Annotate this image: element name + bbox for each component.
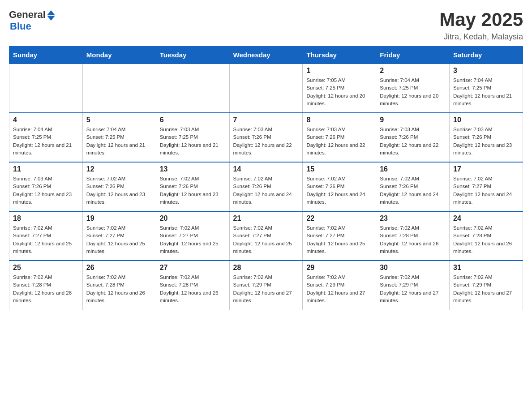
day-info: Sunrise: 7:02 AMSunset: 7:27 PMDaylight:… xyxy=(160,224,226,255)
day-number: 26 xyxy=(86,264,152,272)
calendar-table: Sunday Monday Tuesday Wednesday Thursday… xyxy=(9,46,523,310)
day-info: Sunrise: 7:02 AMSunset: 7:28 PMDaylight:… xyxy=(380,224,446,255)
day-info: Sunrise: 7:02 AMSunset: 7:26 PMDaylight:… xyxy=(160,175,226,206)
day-info: Sunrise: 7:04 AMSunset: 7:25 PMDaylight:… xyxy=(453,77,519,107)
calendar-cell-w5-d7: 31Sunrise: 7:02 AMSunset: 7:29 PMDayligh… xyxy=(450,261,523,310)
logo-blue: Blue xyxy=(10,21,31,32)
day-info: Sunrise: 7:02 AMSunset: 7:26 PMDaylight:… xyxy=(380,175,446,206)
calendar-cell-w4-d6: 23Sunrise: 7:02 AMSunset: 7:28 PMDayligh… xyxy=(376,211,450,261)
calendar-cell-w3-d7: 17Sunrise: 7:02 AMSunset: 7:27 PMDayligh… xyxy=(450,162,523,211)
day-number: 6 xyxy=(160,116,226,124)
day-number: 15 xyxy=(306,165,372,173)
calendar-cell-w2-d2: 5Sunrise: 7:04 AMSunset: 7:25 PMDaylight… xyxy=(82,113,156,162)
page-header: General Blue May 2025 Jitra, Kedah, Mala… xyxy=(9,9,523,42)
day-info: Sunrise: 7:02 AMSunset: 7:29 PMDaylight:… xyxy=(453,274,519,304)
day-number: 28 xyxy=(233,264,299,272)
calendar-cell-w3-d3: 13Sunrise: 7:02 AMSunset: 7:26 PMDayligh… xyxy=(156,162,229,211)
week-row-2: 4Sunrise: 7:04 AMSunset: 7:25 PMDaylight… xyxy=(9,113,523,162)
day-number: 16 xyxy=(380,165,446,173)
calendar-cell-w2-d1: 4Sunrise: 7:04 AMSunset: 7:25 PMDaylight… xyxy=(9,113,83,162)
day-info: Sunrise: 7:02 AMSunset: 7:26 PMDaylight:… xyxy=(233,175,299,206)
day-number: 3 xyxy=(453,67,519,75)
calendar-cell-w3-d4: 14Sunrise: 7:02 AMSunset: 7:26 PMDayligh… xyxy=(229,162,303,211)
calendar-cell-w4-d2: 19Sunrise: 7:02 AMSunset: 7:27 PMDayligh… xyxy=(82,211,156,261)
day-info: Sunrise: 7:02 AMSunset: 7:27 PMDaylight:… xyxy=(233,224,299,255)
week-row-4: 18Sunrise: 7:02 AMSunset: 7:27 PMDayligh… xyxy=(9,211,523,261)
logo-general: General xyxy=(9,9,46,21)
day-number: 22 xyxy=(306,214,372,223)
day-number: 20 xyxy=(160,214,226,223)
calendar-cell-w2-d3: 6Sunrise: 7:03 AMSunset: 7:25 PMDaylight… xyxy=(156,113,229,162)
day-info: Sunrise: 7:03 AMSunset: 7:26 PMDaylight:… xyxy=(453,126,519,157)
day-info: Sunrise: 7:03 AMSunset: 7:26 PMDaylight:… xyxy=(306,126,372,157)
calendar-cell-w2-d7: 10Sunrise: 7:03 AMSunset: 7:26 PMDayligh… xyxy=(450,113,523,162)
calendar-cell-w3-d2: 12Sunrise: 7:02 AMSunset: 7:26 PMDayligh… xyxy=(82,162,156,211)
day-number: 1 xyxy=(306,67,372,75)
calendar-cell-w1-d3 xyxy=(156,64,229,113)
col-header-tuesday: Tuesday xyxy=(156,47,229,64)
day-info: Sunrise: 7:04 AMSunset: 7:25 PMDaylight:… xyxy=(13,126,79,157)
day-number: 18 xyxy=(13,214,79,223)
day-info: Sunrise: 7:02 AMSunset: 7:29 PMDaylight:… xyxy=(233,274,299,304)
col-header-friday: Friday xyxy=(376,47,450,64)
calendar-cell-w5-d4: 28Sunrise: 7:02 AMSunset: 7:29 PMDayligh… xyxy=(229,261,303,310)
day-info: Sunrise: 7:02 AMSunset: 7:26 PMDaylight:… xyxy=(86,175,152,206)
day-number: 13 xyxy=(160,165,226,173)
day-info: Sunrise: 7:02 AMSunset: 7:27 PMDaylight:… xyxy=(453,175,519,206)
calendar-cell-w1-d1 xyxy=(9,64,83,113)
day-number: 27 xyxy=(160,264,226,272)
calendar-cell-w1-d7: 3Sunrise: 7:04 AMSunset: 7:25 PMDaylight… xyxy=(450,64,523,113)
day-number: 5 xyxy=(86,116,152,124)
location-subtitle: Jitra, Kedah, Malaysia xyxy=(439,32,523,42)
day-info: Sunrise: 7:02 AMSunset: 7:28 PMDaylight:… xyxy=(453,224,519,255)
calendar-cell-w4-d3: 20Sunrise: 7:02 AMSunset: 7:27 PMDayligh… xyxy=(156,211,229,261)
week-row-5: 25Sunrise: 7:02 AMSunset: 7:28 PMDayligh… xyxy=(9,261,523,310)
calendar-cell-w5-d2: 26Sunrise: 7:02 AMSunset: 7:28 PMDayligh… xyxy=(82,261,156,310)
calendar-cell-w5-d3: 27Sunrise: 7:02 AMSunset: 7:28 PMDayligh… xyxy=(156,261,229,310)
calendar-cell-w4-d4: 21Sunrise: 7:02 AMSunset: 7:27 PMDayligh… xyxy=(229,211,303,261)
calendar-cell-w1-d6: 2Sunrise: 7:04 AMSunset: 7:25 PMDaylight… xyxy=(376,64,450,113)
day-number: 12 xyxy=(86,165,152,173)
calendar-cell-w1-d5: 1Sunrise: 7:05 AMSunset: 7:25 PMDaylight… xyxy=(303,64,376,113)
day-number: 11 xyxy=(13,165,79,173)
col-header-thursday: Thursday xyxy=(303,47,376,64)
day-number: 21 xyxy=(233,214,299,223)
day-info: Sunrise: 7:02 AMSunset: 7:27 PMDaylight:… xyxy=(306,224,372,255)
calendar-cell-w4-d7: 24Sunrise: 7:02 AMSunset: 7:28 PMDayligh… xyxy=(450,211,523,261)
title-area: May 2025 Jitra, Kedah, Malaysia xyxy=(439,9,523,42)
calendar-cell-w5-d6: 30Sunrise: 7:02 AMSunset: 7:29 PMDayligh… xyxy=(376,261,450,310)
col-header-sunday: Sunday xyxy=(9,47,83,64)
day-info: Sunrise: 7:03 AMSunset: 7:25 PMDaylight:… xyxy=(160,126,226,157)
day-info: Sunrise: 7:04 AMSunset: 7:25 PMDaylight:… xyxy=(380,77,446,107)
day-info: Sunrise: 7:02 AMSunset: 7:27 PMDaylight:… xyxy=(86,224,152,255)
calendar-cell-w3-d5: 15Sunrise: 7:02 AMSunset: 7:26 PMDayligh… xyxy=(303,162,376,211)
day-info: Sunrise: 7:02 AMSunset: 7:28 PMDaylight:… xyxy=(160,274,226,304)
day-info: Sunrise: 7:02 AMSunset: 7:29 PMDaylight:… xyxy=(380,274,446,304)
calendar-cell-w5-d5: 29Sunrise: 7:02 AMSunset: 7:29 PMDayligh… xyxy=(303,261,376,310)
day-info: Sunrise: 7:03 AMSunset: 7:26 PMDaylight:… xyxy=(233,126,299,157)
calendar-cell-w4-d1: 18Sunrise: 7:02 AMSunset: 7:27 PMDayligh… xyxy=(9,211,83,261)
week-row-1: 1Sunrise: 7:05 AMSunset: 7:25 PMDaylight… xyxy=(9,64,523,113)
day-info: Sunrise: 7:02 AMSunset: 7:29 PMDaylight:… xyxy=(306,274,372,304)
calendar-cell-w2-d6: 9Sunrise: 7:03 AMSunset: 7:26 PMDaylight… xyxy=(376,113,450,162)
calendar-cell-w1-d4 xyxy=(229,64,303,113)
day-number: 24 xyxy=(453,214,519,223)
day-number: 7 xyxy=(233,116,299,124)
day-number: 29 xyxy=(306,264,372,272)
calendar-cell-w2-d4: 7Sunrise: 7:03 AMSunset: 7:26 PMDaylight… xyxy=(229,113,303,162)
calendar-cell-w5-d1: 25Sunrise: 7:02 AMSunset: 7:28 PMDayligh… xyxy=(9,261,83,310)
day-number: 19 xyxy=(86,214,152,223)
calendar-cell-w3-d1: 11Sunrise: 7:03 AMSunset: 7:26 PMDayligh… xyxy=(9,162,83,211)
day-number: 9 xyxy=(380,116,446,124)
calendar-cell-w4-d5: 22Sunrise: 7:02 AMSunset: 7:27 PMDayligh… xyxy=(303,211,376,261)
day-number: 4 xyxy=(13,116,79,124)
calendar-cell-w3-d6: 16Sunrise: 7:02 AMSunset: 7:26 PMDayligh… xyxy=(376,162,450,211)
day-number: 2 xyxy=(380,67,446,75)
col-header-saturday: Saturday xyxy=(450,47,523,64)
month-year-title: May 2025 xyxy=(439,9,523,30)
day-info: Sunrise: 7:05 AMSunset: 7:25 PMDaylight:… xyxy=(306,77,372,107)
day-number: 10 xyxy=(453,116,519,124)
day-info: Sunrise: 7:02 AMSunset: 7:28 PMDaylight:… xyxy=(86,274,152,304)
calendar-cell-w1-d2 xyxy=(82,64,156,113)
day-number: 30 xyxy=(380,264,446,272)
